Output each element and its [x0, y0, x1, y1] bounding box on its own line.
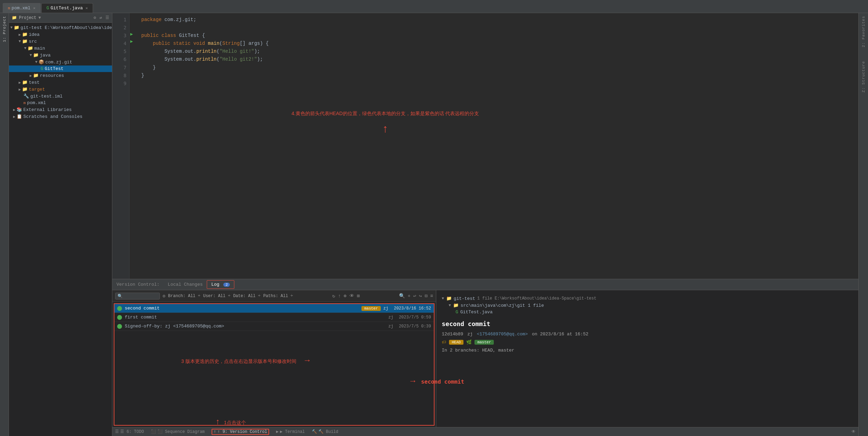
tree-scratches[interactable]: ▶ 📋 Scratches and Consoles [9, 113, 112, 120]
status-terminal[interactable]: ▶ ▶ Terminal [276, 429, 305, 434]
git-test-label: git-test E:\WorksoftAbout\idea\idea- [21, 25, 112, 30]
commit-tree-root-detail: 1 file E:\WorksoftAbout\idea\idea-Space\… [477, 296, 596, 301]
tree-ext-libs[interactable]: ▶ 📚 External Libraries [9, 106, 112, 113]
tree-test[interactable]: ▶ 📁 test [9, 79, 112, 86]
commit-tree-root-icon: 📁 [446, 296, 452, 301]
tree-resources[interactable]: ▶ 📁 resources [9, 72, 112, 79]
commit-tree-root[interactable]: ▼ 📁 git-test 1 file E:\WorksoftAbout\ide… [442, 296, 853, 301]
java-expand-icon: ▼ [30, 53, 32, 57]
tab-bar: m pom.xml ✕ G GitTest.java ✕ [0, 0, 868, 13]
log-search-input[interactable] [115, 293, 160, 300]
tree-gittest[interactable]: G GitTest [9, 65, 112, 72]
tree-idea[interactable]: ▶ 📁 idea [9, 31, 112, 38]
tab-pom-xml[interactable]: m pom.xml ✕ [3, 3, 41, 13]
idea-label: idea [29, 32, 40, 37]
pom-xml-label: pom.xml [12, 6, 31, 11]
vc-content: ⚙ Branch: All ÷ User: All ÷ Date: All ÷ … [112, 290, 858, 427]
project-sync-icon[interactable]: ⇄ [100, 15, 102, 20]
commit-dot-first [117, 315, 122, 320]
code-line-7: } [141, 64, 854, 72]
status-version-control[interactable]: ↑ ↑ 9: Version Control [212, 429, 269, 435]
commit-branches-info: In 2 branches: HEAD, master [442, 348, 853, 353]
commit-branch-badge: master [361, 306, 381, 311]
project-panel-header: 📁 Project ▼ ⚙ ⇄ ☰ [9, 13, 112, 23]
commit-tree-folder[interactable]: ▼ 📁 src\main\java\com\zj\git 1 file [442, 303, 853, 308]
commit-tree-file[interactable]: G GitTest.java [442, 310, 853, 315]
list-icon[interactable]: ≡ [430, 293, 433, 299]
commit-tree: ▼ 📁 git-test 1 file E:\WorksoftAbout\ide… [442, 296, 853, 315]
tree-git-test[interactable]: ▼ 📁 git-test E:\WorksoftAbout\idea\idea- [9, 24, 112, 31]
status-todo[interactable]: ☰ ☰ 6: TODO [115, 429, 144, 434]
favorites-label[interactable]: 2: Favorites [861, 16, 866, 47]
commit-row-first[interactable]: first commit zj 2023/7/5 0:59 [114, 313, 434, 322]
eye-status-icon[interactable]: 👁 [851, 429, 856, 434]
undo-icon[interactable]: ↩ [413, 293, 416, 299]
status-build[interactable]: 🔨 🔨 Build [312, 429, 338, 434]
todo-icon: ☰ [115, 429, 119, 434]
tree-java[interactable]: ▼ 📁 java [9, 52, 112, 59]
head-tag: HEAD [449, 340, 463, 345]
scratches-icon: 📋 [17, 114, 22, 119]
resources-folder-icon: 📁 [33, 73, 39, 78]
user-filter[interactable]: User: All ÷ [203, 294, 230, 298]
branch-filter[interactable]: Branch: All ÷ [168, 294, 201, 298]
code-line-1: package com.zj.git; [141, 16, 854, 24]
eye-icon[interactable]: 👁 [349, 293, 354, 299]
bottom-panel: Version Control: Local Changes Log 2 ⚙ [112, 279, 858, 427]
todo-label: ☰ 6: TODO [120, 429, 144, 434]
build-label: 🔨 Build [318, 429, 338, 434]
target-label: target [29, 87, 45, 92]
target-expand-icon: ▶ [19, 87, 21, 92]
terminal-icon: ▶ [276, 429, 278, 434]
collapse-icon[interactable]: ↑ [338, 293, 341, 299]
project-settings-icon[interactable]: ☰ [105, 15, 109, 20]
target-folder-icon: 📁 [22, 87, 28, 92]
log-settings-icon[interactable]: ⚙ [163, 293, 165, 299]
code-content[interactable]: package com.zj.git; public class GitTest… [137, 13, 858, 279]
project-gear-icon[interactable]: ⚙ [94, 15, 96, 20]
tree-git-test-iml[interactable]: 🔧 git-test.iml [9, 93, 112, 100]
gutter-icons: ▶ ▶ [130, 13, 137, 279]
redo-icon[interactable]: ↪ [419, 293, 422, 299]
pom-xml-icon: m [8, 6, 10, 10]
editor-area: 1 2 3 4 5 6 7 8 9 ▶ ▶ [112, 13, 858, 279]
paths-filter[interactable]: Paths: All ÷ [263, 294, 293, 298]
tree-pom-xml[interactable]: m pom.xml [9, 100, 112, 106]
commit-tree-folder-expand: ▼ [449, 303, 451, 307]
log-tab[interactable]: Log 2 [207, 280, 234, 289]
pom-xml-close[interactable]: ✕ [33, 6, 35, 10]
resources-label: resources [40, 73, 64, 78]
tree-com-zj-git[interactable]: ▼ 📦 com.zj.git [9, 59, 112, 65]
src-folder-icon: 📁 [22, 39, 28, 44]
code-line-4: public static void main(String[] args) { [141, 40, 854, 48]
tab-gittest-java[interactable]: G GitTest.java ✕ [41, 3, 93, 13]
tree-src[interactable]: ▼ 📁 src [9, 38, 112, 45]
add-icon[interactable]: + [408, 293, 410, 299]
expand-icon[interactable]: ⊕ [344, 293, 346, 299]
tree-main[interactable]: ▼ 📁 main [9, 45, 112, 52]
commit-tree-root-label: git-test [454, 296, 475, 301]
commit-row-second[interactable]: second commit master zj 2023/8/16 16:52 [114, 304, 434, 313]
project-dropdown-icon[interactable]: ▼ [38, 16, 41, 20]
vc-label-bottom: ↑ 9: Version Control [217, 429, 267, 434]
project-tree: ▼ 📁 git-test E:\WorksoftAbout\idea\idea-… [9, 23, 112, 436]
search-icon[interactable]: 🔍 [399, 293, 405, 299]
project-strip-label[interactable]: 1: Project [2, 16, 7, 42]
filter-icon[interactable]: ⊞ [357, 293, 360, 299]
code-line-6: System.out.println("Hello git2!"); [141, 55, 854, 63]
status-sequence[interactable]: ⬛ ⬛ Sequence Diagram [151, 429, 205, 434]
git-test-folder-icon: 📁 [14, 25, 19, 30]
scratches-label: Scratches and Consoles [23, 114, 83, 119]
date-filter[interactable]: Date: All ÷ [233, 294, 261, 298]
gittest-close[interactable]: ✕ [85, 6, 88, 10]
gittest-file-label: GitTest [45, 66, 64, 71]
idea-expand-icon: ▶ [19, 32, 21, 37]
local-changes-tab[interactable]: Local Changes [164, 281, 207, 288]
pkg-icon: 📦 [39, 59, 44, 65]
refresh-icon[interactable]: ↻ [332, 293, 335, 299]
tree-target[interactable]: ▶ 📁 target [9, 86, 112, 93]
commit-row-signed[interactable]: Signed-off-by: zj <1754689705@qq.com> zj… [114, 322, 434, 331]
more-icon[interactable]: ⊟ [425, 293, 427, 299]
structure-label[interactable]: Z: Structure [861, 61, 866, 92]
git-test-expand-icon: ▼ [10, 26, 13, 30]
